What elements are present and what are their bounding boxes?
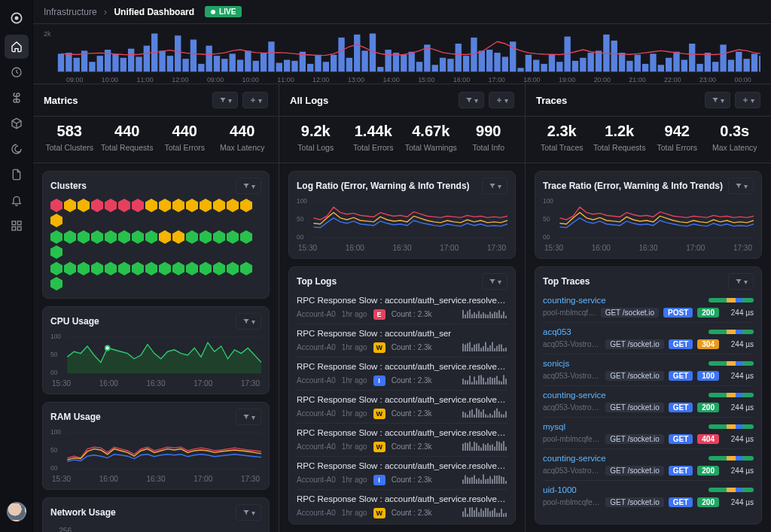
cluster-hex[interactable] (132, 230, 144, 244)
log-row[interactable]: RPC Response Slow : account/auth_service… (297, 390, 507, 423)
svg-rect-274 (494, 508, 495, 517)
cluster-hex[interactable] (159, 230, 171, 244)
cluster-hex[interactable] (78, 199, 90, 212)
cluster-hex[interactable] (172, 199, 184, 212)
stat-value: 440 (99, 123, 157, 140)
cluster-hex[interactable] (64, 230, 76, 244)
cluster-hex[interactable] (186, 262, 198, 275)
svg-rect-80 (619, 53, 625, 72)
chevron-right-icon: › (104, 7, 107, 17)
svg-rect-182 (467, 380, 468, 385)
cluster-hex[interactable] (50, 230, 62, 244)
add-button[interactable]: ▾ (242, 92, 268, 108)
filter-button[interactable]: ▾ (236, 504, 261, 521)
cluster-hex[interactable] (50, 277, 62, 290)
svg-rect-169 (483, 346, 484, 351)
nav-cube[interactable] (5, 111, 29, 135)
trace-row[interactable]: counting-serviceacq053-Vostro-3500GET /s… (543, 448, 754, 480)
cluster-hex[interactable] (240, 262, 252, 275)
trace-row[interactable]: counting-serviceacq053-Vostro-3500GET /s… (543, 385, 754, 417)
filter-button[interactable]: ▾ (236, 409, 261, 425)
trace-row[interactable]: uid-1000pool-mblmcqfer-cji4qGET /socket.… (543, 480, 754, 512)
trace-row[interactable]: mysqlpool-mblmcqfer-cji4qGET /socket.ioG… (543, 417, 754, 448)
cluster-hex[interactable] (91, 230, 103, 244)
cluster-hex[interactable] (50, 199, 62, 212)
nav-grid[interactable] (5, 214, 29, 238)
cluster-hex[interactable] (64, 262, 76, 275)
cluster-hex[interactable] (105, 230, 117, 244)
filter-button[interactable]: ▾ (728, 178, 754, 194)
cluster-hex[interactable] (50, 214, 62, 227)
cluster-hex[interactable] (227, 230, 239, 244)
breadcrumb-root[interactable]: Infrastructure (44, 7, 97, 17)
log-row[interactable]: RPC Response Slow : account/auth_serAcco… (297, 324, 507, 357)
log-row[interactable]: RPC Response Slow : account/auth_service… (297, 489, 507, 522)
filter-button[interactable]: ▾ (728, 273, 754, 290)
cluster-hex[interactable] (50, 262, 62, 275)
cluster-hex[interactable] (172, 262, 184, 275)
filter-button[interactable]: ▾ (236, 313, 261, 330)
cluster-hex[interactable] (159, 199, 171, 212)
cluster-hex[interactable] (200, 199, 212, 212)
cluster-hex[interactable] (91, 199, 103, 212)
nav-spiral[interactable] (5, 137, 29, 161)
trace-row[interactable]: acq053acq053-Vostro-3500GET /socket.ioGE… (543, 322, 754, 354)
cluster-hex[interactable] (105, 262, 117, 275)
cluster-hex[interactable] (118, 262, 130, 275)
cluster-hex[interactable] (240, 230, 252, 244)
cluster-hex[interactable] (78, 230, 90, 244)
cluster-hex[interactable] (159, 262, 171, 275)
log-row[interactable]: RPC Response Slow : account/auth_service… (297, 294, 507, 324)
card-title: Top Traces (543, 276, 590, 287)
trace-row[interactable]: sonicjsacq053-Vostro-3500GET /socket.ioG… (543, 354, 754, 385)
cluster-hex[interactable] (145, 262, 157, 275)
cluster-hex[interactable] (64, 199, 76, 212)
nav-command[interactable] (5, 86, 29, 110)
add-button[interactable]: ▾ (489, 92, 514, 108)
cluster-hex[interactable] (213, 230, 225, 244)
cluster-hex[interactable] (186, 199, 198, 212)
cluster-hex[interactable] (240, 199, 252, 212)
cluster-hex[interactable] (145, 230, 157, 244)
cluster-hex[interactable] (105, 199, 117, 212)
live-badge: LIVE (205, 6, 242, 17)
cluster-hex[interactable] (200, 230, 212, 244)
cluster-hex[interactable] (118, 230, 130, 244)
log-row[interactable]: RPC Response Slow : account/auth_service… (297, 357, 507, 390)
nav-home[interactable] (5, 35, 29, 59)
log-title: RPC Response Slow : account/auth_service… (297, 461, 507, 470)
level-chip: I (373, 375, 386, 386)
cluster-hex[interactable] (213, 262, 225, 275)
cluster-hex[interactable] (132, 199, 144, 212)
cluster-hex[interactable] (50, 245, 62, 259)
cluster-hex[interactable] (227, 262, 239, 275)
filter-button[interactable]: ▾ (705, 92, 730, 108)
cluster-hex[interactable] (200, 262, 212, 275)
trace-row[interactable]: counting-servicepool-mblmcqfer-cji4qGET … (543, 294, 754, 322)
cluster-hex[interactable] (186, 230, 198, 244)
nav-clock[interactable] (5, 60, 29, 84)
cluster-hex[interactable] (91, 262, 103, 275)
cluster-hex[interactable] (78, 262, 90, 275)
cluster-hex[interactable] (227, 199, 239, 212)
method-badge: GET (669, 497, 693, 507)
log-row[interactable]: RPC Response Slow : account/auth_service… (297, 423, 507, 456)
cluster-hex[interactable] (118, 199, 130, 212)
svg-rect-237 (501, 443, 502, 451)
nav-bell[interactable] (5, 188, 29, 212)
svg-rect-218 (503, 415, 504, 418)
nav-document[interactable] (5, 163, 29, 187)
log-account: Account-A0 (297, 310, 336, 318)
cluster-hex[interactable] (213, 199, 225, 212)
filter-button[interactable]: ▾ (212, 92, 238, 108)
add-button[interactable]: ▾ (735, 92, 760, 108)
filter-button[interactable]: ▾ (482, 273, 507, 290)
cluster-hex[interactable] (145, 199, 157, 212)
avatar[interactable] (7, 502, 26, 521)
filter-button[interactable]: ▾ (482, 178, 507, 194)
cluster-hex[interactable] (172, 230, 184, 244)
filter-button[interactable]: ▾ (459, 92, 484, 108)
log-row[interactable]: RPC Response Slow : account/auth_service… (297, 456, 507, 489)
filter-button[interactable]: ▾ (236, 178, 261, 194)
cluster-hex[interactable] (132, 262, 144, 275)
